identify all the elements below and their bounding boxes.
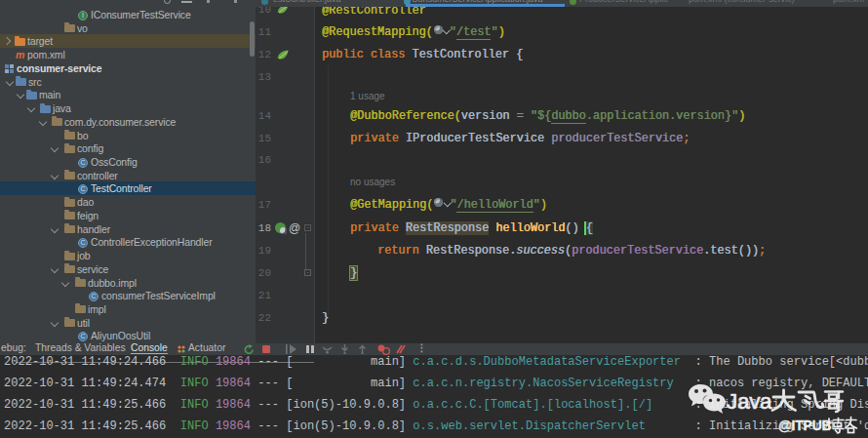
svg-text:@ITPUB: @ITPUB <box>778 418 832 433</box>
svg-text:Java: Java <box>727 389 772 414</box>
